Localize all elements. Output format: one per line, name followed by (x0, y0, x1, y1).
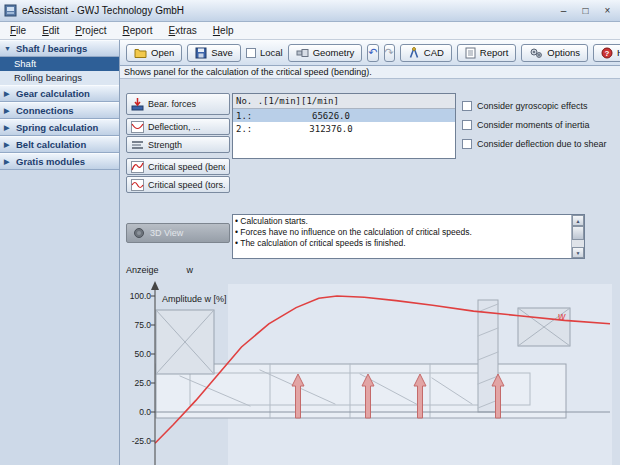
table-header: No. .[1/min][1/min] (233, 94, 455, 109)
title-bar: eAssistant - GWJ Technology GmbH – □ × (0, 0, 620, 22)
gyroscopic-effects-checkbox[interactable]: Consider gyroscopic effects (462, 96, 607, 115)
table-row[interactable]: 2.: 312376.0 (233, 122, 455, 135)
chevron-right-icon: ▶ (4, 124, 12, 132)
anzeige-label: Anzeige (126, 265, 159, 275)
cad-button[interactable]: CAD (400, 44, 452, 62)
table-header-no: No. . (236, 96, 263, 106)
sidebar-section-label: Connections (16, 105, 74, 116)
scroll-up-icon[interactable]: ▲ (572, 215, 584, 226)
main-area: Open Save Local Geometry ↶ ↷ CAD (120, 40, 620, 465)
local-checkbox[interactable]: Local (246, 47, 283, 58)
close-button[interactable]: × (599, 3, 616, 18)
sidebar-section-gear-calculation[interactable]: ▶ Gear calculation (0, 85, 119, 102)
log-line: • The calculation of critical speeds is … (235, 238, 569, 249)
critical-speed-bend-icon (131, 161, 144, 173)
log-scrollbar[interactable]: ▲ ▼ (571, 215, 584, 258)
checkbox-box (462, 139, 472, 149)
critical-speed-bend-button[interactable]: Critical speed (bend.) (126, 158, 230, 175)
sidebar-item-shaft[interactable]: Shaft (0, 57, 119, 71)
table-row[interactable]: 1.: 65626.0 (233, 109, 455, 122)
open-button[interactable]: Open (126, 44, 182, 62)
menu-item-file[interactable]: File (2, 23, 34, 38)
y-tick-label: 100.0 (130, 291, 152, 301)
sidebar-section-label: Shaft / bearings (16, 43, 87, 54)
geometry-button[interactable]: Geometry (288, 44, 363, 62)
checkbox-label: Consider gyroscopic effects (477, 101, 587, 111)
view-3d-button[interactable]: 3D View (126, 223, 230, 243)
open-folder-icon (134, 47, 147, 59)
content-panel: Bear. forces Deflection, ... Strength Cr… (120, 79, 620, 465)
local-checkbox-label: Local (260, 47, 283, 58)
chevron-right-icon: ▶ (4, 90, 12, 98)
y-tick-label: 75.0 (134, 320, 151, 330)
deflection-shear-checkbox[interactable]: Consider deflection due to shear (462, 134, 607, 153)
sidebar-item-rolling-bearings[interactable]: Rolling bearings (0, 71, 119, 85)
maximize-button[interactable]: □ (577, 3, 594, 18)
strength-button[interactable]: Strength (126, 136, 230, 153)
help-icon: ? (601, 47, 613, 59)
geometry-icon (296, 47, 309, 59)
table-header-unit: [1/min][1/min] (263, 96, 339, 106)
deflection-curve-icon (131, 121, 144, 133)
status-message: Shows panel for the calculation of the c… (120, 66, 620, 79)
sidebar-section-connections[interactable]: ▶ Connections (0, 102, 119, 119)
sidebar-section-spring-calculation[interactable]: ▶ Spring calculation (0, 119, 119, 136)
chevron-right-icon: ▶ (4, 158, 12, 166)
menu-item-edit[interactable]: Edit (34, 23, 67, 38)
checkbox-box (462, 101, 472, 111)
save-button[interactable]: Save (187, 44, 241, 62)
anzeige-value-dropdown[interactable]: w (187, 265, 194, 275)
scrollbar-thumb[interactable] (572, 226, 584, 240)
critical-speeds-table[interactable]: No. .[1/min][1/min] 1.: 65626.0 2.: 3123… (232, 93, 456, 159)
sidebar-section-shaft-bearings[interactable]: ▼ Shaft / bearings (0, 40, 119, 57)
bearing-forces-icon (131, 97, 144, 111)
chevron-down-icon: ▼ (4, 45, 12, 52)
chevron-right-icon: ▶ (4, 141, 12, 149)
mode-shape-chart: 100.0 75.0 50.0 25.0 0.0 -25.0 Amplitude… (120, 278, 620, 465)
menu-item-help[interactable]: Help (205, 23, 242, 38)
strength-bars-icon (131, 139, 144, 151)
camera-3d-icon (133, 227, 145, 239)
options-button[interactable]: Options (521, 44, 588, 62)
menu-item-project[interactable]: Project (67, 23, 114, 38)
row-number: 2.: (236, 124, 276, 134)
y-tick-label: 25.0 (134, 378, 151, 388)
moments-of-inertia-checkbox[interactable]: Consider moments of inertia (462, 115, 607, 134)
chart-svg: 100.0 75.0 50.0 25.0 0.0 -25.0 Amplitude… (120, 278, 620, 465)
y-axis-label: Amplitude w [%] (162, 294, 227, 304)
legend-w: w (558, 311, 566, 322)
critical-speed-tors-button[interactable]: Critical speed (tors.) (126, 176, 230, 193)
sidebar: ▼ Shaft / bearings Shaft Rolling bearing… (0, 40, 120, 465)
bearing-symbol-left (156, 310, 214, 374)
y-tick-label: -25.0 (132, 436, 152, 446)
checkbox-label: Consider moments of inertia (477, 120, 590, 130)
display-selector-row: Anzeige w (126, 265, 193, 275)
log-line: • Forces have no influence on the calcul… (235, 227, 569, 238)
minimize-button[interactable]: – (555, 3, 572, 18)
sidebar-section-belt-calculation[interactable]: ▶ Belt calculation (0, 136, 119, 153)
row-value: 65626.0 (276, 111, 386, 121)
menu-item-extras[interactable]: Extras (161, 23, 205, 38)
scroll-down-icon[interactable]: ▼ (572, 247, 584, 258)
menu-item-report[interactable]: Report (114, 23, 160, 38)
menu-bar: File Edit Project Report Extras Help (0, 22, 620, 40)
log-lines: • Calculation starts. • Forces have no i… (235, 216, 569, 257)
save-diskette-icon (195, 47, 207, 59)
sidebar-section-gratis-modules[interactable]: ▶ Gratis modules (0, 153, 119, 170)
calculation-log[interactable]: • Calculation starts. • Forces have no i… (232, 214, 585, 259)
help-button[interactable]: ? Help (593, 44, 620, 62)
sidebar-section-label: Belt calculation (16, 139, 86, 150)
report-document-icon (465, 47, 476, 59)
row-number: 1.: (236, 111, 276, 121)
checkbox-box (462, 120, 472, 130)
window-title: eAssistant - GWJ Technology GmbH (22, 5, 550, 16)
report-button[interactable]: Report (457, 44, 517, 62)
checkbox-box (246, 48, 256, 58)
y-tick-label: 0.0 (139, 407, 151, 417)
undo-button[interactable]: ↶ (367, 44, 378, 62)
deflection-button[interactable]: Deflection, ... (126, 118, 230, 135)
redo-button[interactable]: ↷ (384, 44, 395, 62)
bear-forces-button[interactable]: Bear. forces (126, 93, 230, 115)
chevron-right-icon: ▶ (4, 107, 12, 115)
log-line: • Calculation starts. (235, 216, 569, 227)
